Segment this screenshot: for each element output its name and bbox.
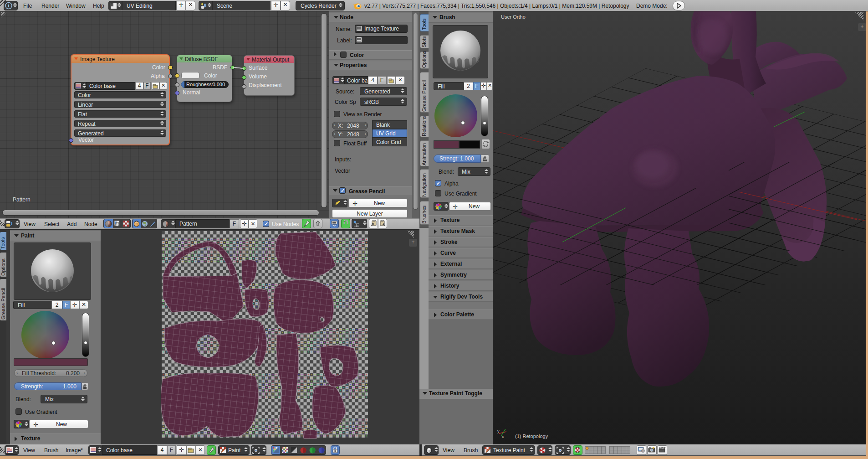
svg-text:8: 8 [642,449,644,453]
svg-text:y: y [497,429,500,433]
svg-text:x: x [502,434,504,439]
